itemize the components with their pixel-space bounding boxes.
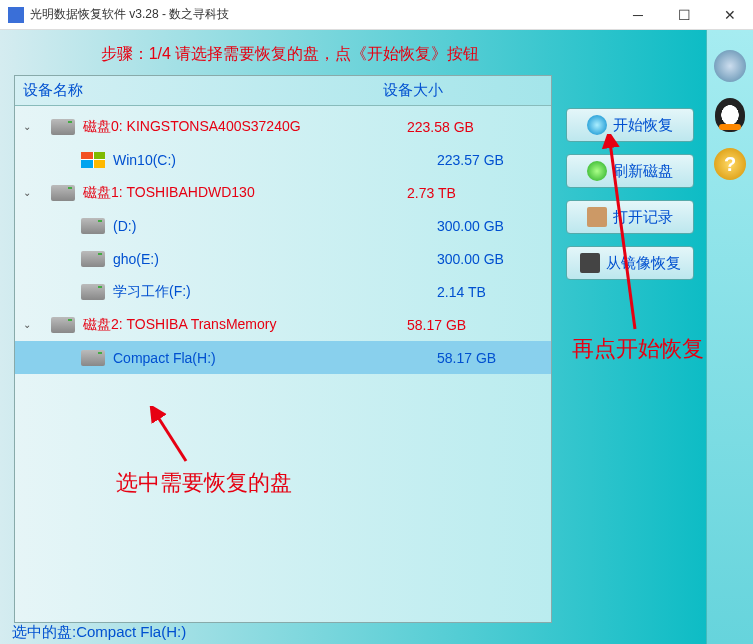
disk-label: 磁盘1: TOSHIBAHDWD130 [83, 184, 407, 202]
partition-label: Compact Fla(H:) [113, 350, 437, 366]
partition-row[interactable]: 学习工作(F:) 2.14 TB [15, 275, 551, 308]
open-log-label: 打开记录 [613, 208, 673, 227]
refresh-disk-button[interactable]: 刷新磁盘 [566, 154, 694, 188]
partition-label: (D:) [113, 218, 437, 234]
device-panel: 设备名称 设备大小 ⌄ 磁盘0: KINGSTONSA400S37240G 22… [14, 75, 552, 623]
open-log-button[interactable]: 打开记录 [566, 200, 694, 234]
tree-body: ⌄ 磁盘0: KINGSTONSA400S37240G 223.58 GB Wi… [15, 106, 551, 374]
disk-row[interactable]: ⌄ 磁盘0: KINGSTONSA400S37240G 223.58 GB [15, 110, 551, 143]
qq-icon[interactable] [715, 98, 745, 132]
partition-icon [81, 218, 105, 234]
maximize-button[interactable]: ☐ [661, 0, 707, 30]
from-mirror-label: 从镜像恢复 [606, 254, 681, 273]
mirror-icon [580, 253, 600, 273]
partition-label: 学习工作(F:) [113, 283, 437, 301]
app-icon [8, 7, 24, 23]
chevron-down-icon: ⌄ [23, 187, 37, 198]
partition-icon [81, 350, 105, 366]
minimize-button[interactable]: ─ [615, 0, 661, 30]
partition-icon [81, 284, 105, 300]
from-mirror-button[interactable]: 从镜像恢复 [566, 246, 694, 280]
partition-size: 300.00 GB [437, 218, 504, 234]
titlebar: 光明数据恢复软件 v3.28 - 数之寻科技 ─ ☐ ✕ [0, 0, 753, 30]
partition-row[interactable]: Win10(C:) 223.57 GB [15, 143, 551, 176]
windows-drive-icon [81, 152, 105, 168]
partition-label: Win10(C:) [113, 152, 437, 168]
disk-size: 223.58 GB [407, 119, 474, 135]
partition-size: 223.57 GB [437, 152, 504, 168]
search-icon [587, 115, 607, 135]
column-name[interactable]: 设备名称 [15, 81, 383, 100]
gear-icon[interactable] [714, 50, 746, 82]
partition-row[interactable]: gho(E:) 300.00 GB [15, 242, 551, 275]
folder-icon [587, 207, 607, 227]
annotation-click-start: 再点开始恢复 [572, 334, 704, 364]
tree-header: 设备名称 设备大小 [15, 76, 551, 106]
start-recover-button[interactable]: 开始恢复 [566, 108, 694, 142]
disk-icon [51, 119, 75, 135]
partition-size: 300.00 GB [437, 251, 504, 267]
close-button[interactable]: ✕ [707, 0, 753, 30]
help-icon[interactable]: ? [714, 148, 746, 180]
partition-size: 58.17 GB [437, 350, 496, 366]
button-panel: 开始恢复 刷新磁盘 打开记录 从镜像恢复 [566, 108, 694, 292]
partition-label: gho(E:) [113, 251, 437, 267]
main-area: 步骤：1/4 请选择需要恢复的盘，点《开始恢复》按钮 设备名称 设备大小 ⌄ 磁… [0, 30, 753, 644]
disk-label: 磁盘2: TOSHIBA TransMemory [83, 316, 407, 334]
disk-size: 58.17 GB [407, 317, 466, 333]
disk-label: 磁盘0: KINGSTONSA400S37240G [83, 118, 407, 136]
status-bar: 选中的盘:Compact Fla(H:) [12, 623, 186, 642]
chevron-down-icon: ⌄ [23, 319, 37, 330]
partition-row[interactable]: (D:) 300.00 GB [15, 209, 551, 242]
disk-icon [51, 185, 75, 201]
right-sidebar: ? [706, 30, 753, 644]
disk-icon [51, 317, 75, 333]
window-title: 光明数据恢复软件 v3.28 - 数之寻科技 [30, 6, 229, 23]
disk-row[interactable]: ⌄ 磁盘2: TOSHIBA TransMemory 58.17 GB [15, 308, 551, 341]
partition-row[interactable]: Compact Fla(H:) 58.17 GB [15, 341, 551, 374]
disk-row[interactable]: ⌄ 磁盘1: TOSHIBAHDWD130 2.73 TB [15, 176, 551, 209]
chevron-down-icon: ⌄ [23, 121, 37, 132]
column-size[interactable]: 设备大小 [383, 81, 551, 100]
refresh-icon [587, 161, 607, 181]
partition-icon [81, 251, 105, 267]
disk-size: 2.73 TB [407, 185, 456, 201]
partition-size: 2.14 TB [437, 284, 486, 300]
start-recover-label: 开始恢复 [613, 116, 673, 135]
step-instruction: 步骤：1/4 请选择需要恢复的盘，点《开始恢复》按钮 [14, 44, 706, 65]
refresh-disk-label: 刷新磁盘 [613, 162, 673, 181]
